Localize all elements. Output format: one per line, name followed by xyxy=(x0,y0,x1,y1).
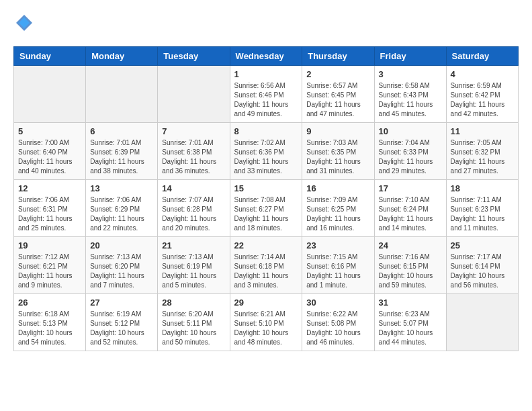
day-info: Sunrise: 7:05 AM Sunset: 6:32 PM Dayligh… xyxy=(451,138,514,176)
day-number: 3 xyxy=(379,69,442,79)
calendar-cell: 31Sunrise: 6:23 AM Sunset: 5:07 PM Dayli… xyxy=(374,294,446,351)
calendar-cell: 30Sunrise: 6:22 AM Sunset: 5:08 PM Dayli… xyxy=(302,294,374,351)
day-number: 25 xyxy=(451,240,514,250)
day-number: 4 xyxy=(451,69,514,79)
calendar-cell: 24Sunrise: 7:16 AM Sunset: 6:15 PM Dayli… xyxy=(374,237,446,294)
logo xyxy=(13,13,34,36)
day-info: Sunrise: 7:15 AM Sunset: 6:16 PM Dayligh… xyxy=(306,253,369,290)
day-number: 17 xyxy=(379,183,442,193)
day-number: 13 xyxy=(90,183,153,193)
day-info: Sunrise: 7:07 AM Sunset: 6:28 PM Dayligh… xyxy=(162,195,225,233)
calendar-cell: 26Sunrise: 6:18 AM Sunset: 5:13 PM Dayli… xyxy=(14,294,86,351)
day-number: 11 xyxy=(451,126,514,136)
calendar-cell xyxy=(158,66,230,123)
day-info: Sunrise: 6:19 AM Sunset: 5:12 PM Dayligh… xyxy=(90,310,153,347)
calendar-cell: 28Sunrise: 6:20 AM Sunset: 5:11 PM Dayli… xyxy=(158,294,230,351)
day-number: 16 xyxy=(306,183,369,193)
day-info: Sunrise: 6:21 AM Sunset: 5:10 PM Dayligh… xyxy=(234,310,298,347)
day-number: 30 xyxy=(306,298,369,308)
calendar-header-friday: Friday xyxy=(374,47,446,66)
day-info: Sunrise: 6:59 AM Sunset: 6:42 PM Dayligh… xyxy=(451,81,514,119)
calendar-cell: 16Sunrise: 7:09 AM Sunset: 6:25 PM Dayli… xyxy=(302,180,374,237)
calendar-cell: 25Sunrise: 7:17 AM Sunset: 6:14 PM Dayli… xyxy=(446,237,518,294)
calendar-header-saturday: Saturday xyxy=(446,47,518,66)
day-info: Sunrise: 7:11 AM Sunset: 6:23 PM Dayligh… xyxy=(451,195,514,233)
day-info: Sunrise: 7:13 AM Sunset: 6:19 PM Dayligh… xyxy=(162,253,225,290)
calendar-cell: 18Sunrise: 7:11 AM Sunset: 6:23 PM Dayli… xyxy=(446,180,518,237)
day-number: 26 xyxy=(18,298,81,308)
day-number: 18 xyxy=(451,183,514,193)
day-info: Sunrise: 7:06 AM Sunset: 6:29 PM Dayligh… xyxy=(90,195,153,233)
calendar-cell: 17Sunrise: 7:10 AM Sunset: 6:24 PM Dayli… xyxy=(374,180,446,237)
day-info: Sunrise: 7:01 AM Sunset: 6:39 PM Dayligh… xyxy=(90,138,153,176)
calendar-table: SundayMondayTuesdayWednesdayThursdayFrid… xyxy=(13,46,519,351)
calendar-cell: 2Sunrise: 6:57 AM Sunset: 6:45 PM Daylig… xyxy=(302,66,374,123)
calendar-week-row: 19Sunrise: 7:12 AM Sunset: 6:21 PM Dayli… xyxy=(14,237,519,294)
day-info: Sunrise: 6:57 AM Sunset: 6:45 PM Dayligh… xyxy=(306,81,369,119)
calendar-header-monday: Monday xyxy=(86,47,158,66)
day-info: Sunrise: 7:04 AM Sunset: 6:33 PM Dayligh… xyxy=(379,138,442,176)
day-number: 24 xyxy=(379,240,442,250)
calendar-header-sunday: Sunday xyxy=(14,47,86,66)
calendar-cell: 19Sunrise: 7:12 AM Sunset: 6:21 PM Dayli… xyxy=(14,237,86,294)
day-number: 31 xyxy=(379,298,442,308)
day-number: 21 xyxy=(162,240,225,250)
calendar-cell: 3Sunrise: 6:58 AM Sunset: 6:43 PM Daylig… xyxy=(374,66,446,123)
calendar-header-row: SundayMondayTuesdayWednesdayThursdayFrid… xyxy=(14,47,519,66)
page-header xyxy=(13,13,519,36)
calendar-cell: 6Sunrise: 7:01 AM Sunset: 6:39 PM Daylig… xyxy=(86,123,158,180)
day-number: 5 xyxy=(18,126,81,136)
calendar-cell: 21Sunrise: 7:13 AM Sunset: 6:19 PM Dayli… xyxy=(158,237,230,294)
day-info: Sunrise: 7:13 AM Sunset: 6:20 PM Dayligh… xyxy=(90,253,153,290)
calendar-week-row: 12Sunrise: 7:06 AM Sunset: 6:31 PM Dayli… xyxy=(14,180,519,237)
day-number: 23 xyxy=(306,240,369,250)
day-info: Sunrise: 6:20 AM Sunset: 5:11 PM Dayligh… xyxy=(162,310,225,347)
day-number: 29 xyxy=(234,298,298,308)
day-number: 28 xyxy=(162,298,225,308)
day-info: Sunrise: 7:17 AM Sunset: 6:14 PM Dayligh… xyxy=(451,253,514,290)
calendar-cell: 8Sunrise: 7:02 AM Sunset: 6:36 PM Daylig… xyxy=(230,123,302,180)
calendar-cell: 13Sunrise: 7:06 AM Sunset: 6:29 PM Dayli… xyxy=(86,180,158,237)
calendar-cell xyxy=(86,66,158,123)
day-number: 1 xyxy=(234,69,298,79)
day-number: 2 xyxy=(306,69,369,79)
day-info: Sunrise: 6:23 AM Sunset: 5:07 PM Dayligh… xyxy=(379,310,442,347)
day-info: Sunrise: 6:56 AM Sunset: 6:46 PM Dayligh… xyxy=(234,81,298,119)
day-info: Sunrise: 7:16 AM Sunset: 6:15 PM Dayligh… xyxy=(379,253,442,290)
calendar-cell: 7Sunrise: 7:01 AM Sunset: 6:38 PM Daylig… xyxy=(158,123,230,180)
day-info: Sunrise: 7:10 AM Sunset: 6:24 PM Dayligh… xyxy=(379,195,442,233)
calendar-cell: 11Sunrise: 7:05 AM Sunset: 6:32 PM Dayli… xyxy=(446,123,518,180)
day-info: Sunrise: 7:12 AM Sunset: 6:21 PM Dayligh… xyxy=(18,253,81,290)
day-info: Sunrise: 6:58 AM Sunset: 6:43 PM Dayligh… xyxy=(379,81,442,119)
day-info: Sunrise: 7:02 AM Sunset: 6:36 PM Dayligh… xyxy=(234,138,298,176)
day-info: Sunrise: 6:18 AM Sunset: 5:13 PM Dayligh… xyxy=(18,310,81,347)
day-number: 6 xyxy=(90,126,153,136)
calendar-cell: 15Sunrise: 7:08 AM Sunset: 6:27 PM Dayli… xyxy=(230,180,302,237)
calendar-week-row: 1Sunrise: 6:56 AM Sunset: 6:46 PM Daylig… xyxy=(14,66,519,123)
calendar-week-row: 5Sunrise: 7:00 AM Sunset: 6:40 PM Daylig… xyxy=(14,123,519,180)
day-number: 8 xyxy=(234,126,298,136)
day-number: 22 xyxy=(234,240,298,250)
calendar-cell: 1Sunrise: 6:56 AM Sunset: 6:46 PM Daylig… xyxy=(230,66,302,123)
calendar-cell: 14Sunrise: 7:07 AM Sunset: 6:28 PM Dayli… xyxy=(158,180,230,237)
day-number: 20 xyxy=(90,240,153,250)
day-number: 27 xyxy=(90,298,153,308)
calendar-cell: 29Sunrise: 6:21 AM Sunset: 5:10 PM Dayli… xyxy=(230,294,302,351)
day-info: Sunrise: 7:06 AM Sunset: 6:31 PM Dayligh… xyxy=(18,195,81,233)
calendar-header-thursday: Thursday xyxy=(302,47,374,66)
calendar-cell: 9Sunrise: 7:03 AM Sunset: 6:35 PM Daylig… xyxy=(302,123,374,180)
day-info: Sunrise: 7:00 AM Sunset: 6:40 PM Dayligh… xyxy=(18,138,81,176)
day-number: 10 xyxy=(379,126,442,136)
calendar-cell: 27Sunrise: 6:19 AM Sunset: 5:12 PM Dayli… xyxy=(86,294,158,351)
calendar-cell xyxy=(446,294,518,351)
calendar-cell: 22Sunrise: 7:14 AM Sunset: 6:18 PM Dayli… xyxy=(230,237,302,294)
day-number: 14 xyxy=(162,183,225,193)
logo-icon xyxy=(15,13,34,32)
calendar-cell: 20Sunrise: 7:13 AM Sunset: 6:20 PM Dayli… xyxy=(86,237,158,294)
calendar-week-row: 26Sunrise: 6:18 AM Sunset: 5:13 PM Dayli… xyxy=(14,294,519,351)
day-number: 15 xyxy=(234,183,298,193)
day-info: Sunrise: 7:01 AM Sunset: 6:38 PM Dayligh… xyxy=(162,138,225,176)
calendar-header-wednesday: Wednesday xyxy=(230,47,302,66)
calendar-header-tuesday: Tuesday xyxy=(158,47,230,66)
day-number: 7 xyxy=(162,126,225,136)
